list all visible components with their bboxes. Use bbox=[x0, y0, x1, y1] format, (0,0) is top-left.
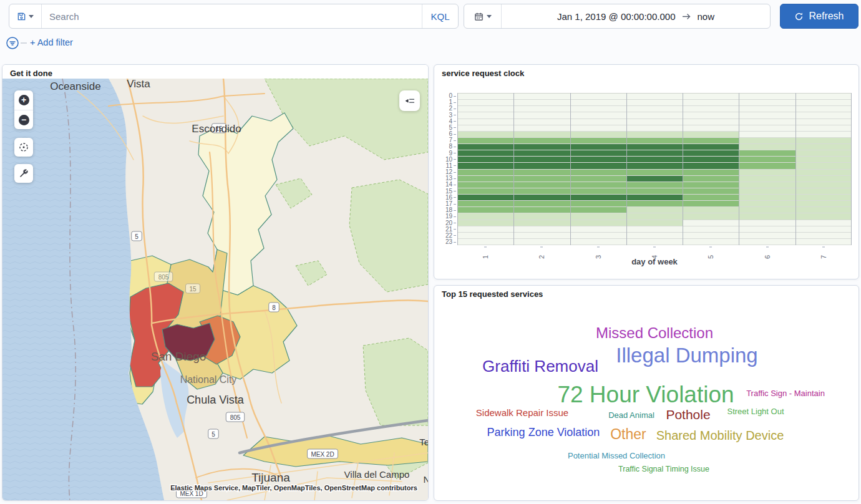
heatmap-cell[interactable] bbox=[457, 239, 513, 245]
heatmap-cell[interactable] bbox=[457, 157, 513, 162]
heatmap-cell[interactable] bbox=[795, 94, 852, 99]
zoom-in-button[interactable]: + bbox=[14, 90, 33, 110]
heatmap-cell[interactable] bbox=[739, 239, 795, 245]
filter-icon[interactable] bbox=[6, 36, 19, 50]
heatmap-cell[interactable] bbox=[683, 182, 739, 188]
date-quick-menu-button[interactable] bbox=[464, 4, 502, 28]
heatmap-cell[interactable] bbox=[795, 163, 852, 168]
heatmap-cell[interactable] bbox=[795, 125, 852, 131]
heatmap-cell[interactable] bbox=[795, 213, 852, 219]
heatmap-cell[interactable] bbox=[513, 100, 570, 105]
heatmap-cell[interactable] bbox=[570, 182, 626, 188]
heatmap-cell[interactable] bbox=[570, 157, 626, 162]
heatmap-cell[interactable] bbox=[513, 195, 570, 200]
heatmap-cell[interactable] bbox=[457, 119, 513, 125]
tag-cloud-item[interactable]: Traffic Sign - Maintain bbox=[746, 389, 825, 398]
heatmap-cell[interactable] bbox=[795, 176, 852, 182]
heatmap-cell[interactable] bbox=[570, 106, 626, 112]
heatmap-cell[interactable] bbox=[626, 100, 683, 105]
heatmap-cell[interactable] bbox=[570, 195, 626, 200]
heatmap-cell[interactable] bbox=[457, 100, 513, 105]
heatmap-cell[interactable] bbox=[739, 106, 795, 112]
kql-button[interactable]: KQL bbox=[422, 4, 458, 28]
heatmap-cell[interactable] bbox=[513, 233, 570, 238]
heatmap-cell[interactable] bbox=[683, 239, 739, 245]
heatmap-cell[interactable] bbox=[457, 138, 513, 143]
heatmap-cell[interactable] bbox=[795, 132, 852, 137]
heatmap-cell[interactable] bbox=[739, 112, 795, 118]
heatmap-cell[interactable] bbox=[739, 182, 795, 188]
heatmap-cell[interactable] bbox=[739, 176, 795, 182]
heatmap-cell[interactable] bbox=[626, 125, 683, 131]
heatmap-cell[interactable] bbox=[683, 157, 739, 162]
zoom-out-button[interactable]: − bbox=[14, 110, 33, 129]
heatmap-cell[interactable] bbox=[457, 207, 513, 213]
heatmap-cell[interactable] bbox=[457, 188, 513, 194]
heatmap-cell[interactable] bbox=[626, 220, 683, 226]
heatmap-cell[interactable] bbox=[570, 94, 626, 99]
heatmap-cell[interactable] bbox=[795, 170, 852, 175]
heatmap-cell[interactable] bbox=[795, 144, 852, 150]
heatmap-cell[interactable] bbox=[513, 182, 570, 188]
heatmap-cell[interactable] bbox=[626, 233, 683, 238]
heatmap-grid[interactable] bbox=[457, 93, 852, 245]
heatmap-cell[interactable] bbox=[683, 233, 739, 238]
heatmap-cell[interactable] bbox=[626, 226, 683, 232]
heatmap-cell[interactable] bbox=[457, 144, 513, 150]
heatmap-cell[interactable] bbox=[739, 195, 795, 200]
heatmap-cell[interactable] bbox=[570, 170, 626, 175]
heatmap-cell[interactable] bbox=[683, 112, 739, 118]
heatmap-cell[interactable] bbox=[513, 119, 570, 125]
heatmap-cell[interactable] bbox=[739, 213, 795, 219]
heatmap-cell[interactable] bbox=[739, 94, 795, 99]
heatmap-cell[interactable] bbox=[795, 226, 852, 232]
legend-toggle-button[interactable] bbox=[399, 90, 420, 111]
heatmap-cell[interactable] bbox=[513, 213, 570, 219]
heatmap-cell[interactable] bbox=[683, 201, 739, 206]
heatmap-cell[interactable] bbox=[570, 188, 626, 194]
heatmap-cell[interactable] bbox=[513, 157, 570, 162]
heatmap-cell[interactable] bbox=[513, 144, 570, 150]
date-range[interactable]: Jan 1, 2019 @ 00:00:00.000 now bbox=[502, 4, 770, 28]
heatmap-cell[interactable] bbox=[570, 176, 626, 182]
heatmap-cell[interactable] bbox=[570, 233, 626, 238]
date-start[interactable]: Jan 1, 2019 @ 00:00:00.000 bbox=[557, 11, 676, 22]
heatmap-cell[interactable] bbox=[513, 150, 570, 156]
heatmap-cell[interactable] bbox=[683, 106, 739, 112]
heatmap-cell[interactable] bbox=[683, 144, 739, 150]
heatmap-cell[interactable] bbox=[513, 188, 570, 194]
heatmap-cell[interactable] bbox=[683, 226, 739, 232]
heatmap-cell[interactable] bbox=[626, 213, 683, 219]
heatmap-cell[interactable] bbox=[683, 207, 739, 213]
heatmap-cell[interactable] bbox=[457, 213, 513, 219]
heatmap-cell[interactable] bbox=[457, 220, 513, 226]
heatmap-cell[interactable] bbox=[513, 138, 570, 143]
heatmap-cell[interactable] bbox=[626, 112, 683, 118]
heatmap-cell[interactable] bbox=[795, 195, 852, 200]
heatmap-cell[interactable] bbox=[457, 94, 513, 99]
heatmap-cell[interactable] bbox=[739, 150, 795, 156]
heatmap-cell[interactable] bbox=[570, 125, 626, 131]
heatmap-cell[interactable] bbox=[626, 201, 683, 206]
heatmap-cell[interactable] bbox=[626, 150, 683, 156]
heatmap-cell[interactable] bbox=[795, 150, 852, 156]
heatmap-cell[interactable] bbox=[739, 233, 795, 238]
tag-cloud-item[interactable]: Parking Zone Violation bbox=[487, 426, 600, 439]
heatmap-cell[interactable] bbox=[457, 182, 513, 188]
heatmap-cell[interactable] bbox=[795, 138, 852, 143]
heatmap-cell[interactable] bbox=[795, 233, 852, 238]
heatmap-cell[interactable] bbox=[626, 195, 683, 200]
fit-to-data-button[interactable] bbox=[14, 138, 33, 157]
heatmap-cell[interactable] bbox=[626, 239, 683, 245]
heatmap-cell[interactable] bbox=[626, 138, 683, 143]
tag-cloud-item[interactable]: Sidewalk Repair Issue bbox=[476, 407, 568, 418]
heatmap-cell[interactable] bbox=[739, 170, 795, 175]
heatmap-cell[interactable] bbox=[626, 182, 683, 188]
heatmap-cell[interactable] bbox=[683, 150, 739, 156]
heatmap-cell[interactable] bbox=[683, 119, 739, 125]
heatmap-cell[interactable] bbox=[739, 132, 795, 137]
heatmap-cell[interactable] bbox=[795, 220, 852, 226]
heatmap-cell[interactable] bbox=[457, 195, 513, 200]
tag-cloud-item[interactable]: 72 Hour Violation bbox=[557, 382, 734, 408]
heatmap-cell[interactable] bbox=[626, 163, 683, 168]
